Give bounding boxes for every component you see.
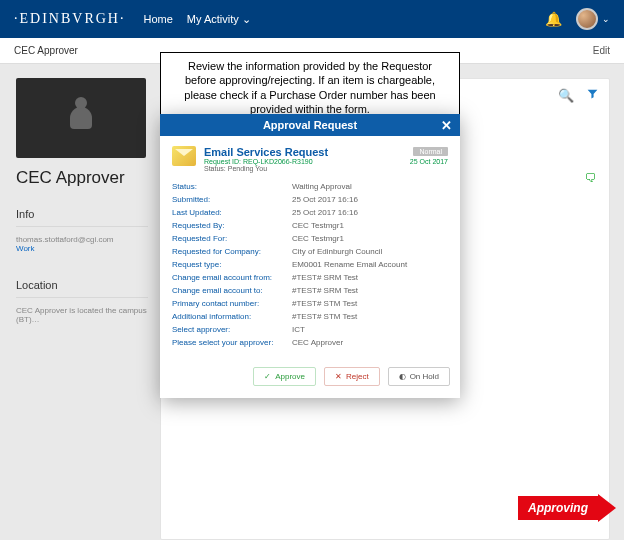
detail-value: 25 Oct 2017 16:16 (292, 208, 448, 217)
detail-value: #TEST# STM Test (292, 299, 448, 308)
detail-key: Last Updated: (172, 208, 292, 217)
detail-row: Status:Waiting Approval (172, 180, 448, 193)
detail-value: CEC Testmgr1 (292, 234, 448, 243)
reject-button[interactable]: ✕Reject (324, 367, 380, 386)
modal-title: Approval Request (263, 119, 357, 131)
detail-value: #TEST# STM Test (292, 312, 448, 321)
detail-value: ICT (292, 325, 448, 334)
detail-key: Request type: (172, 260, 292, 269)
detail-key: Requested for Company: (172, 247, 292, 256)
approving-arrow-label: Approving (518, 496, 598, 520)
detail-key: Primary contact number: (172, 299, 292, 308)
badge-date: 25 Oct 2017 (410, 158, 448, 165)
detail-key: Change email account to: (172, 286, 292, 295)
instruction-callout: Review the information provided by the R… (160, 52, 460, 123)
detail-key: Please select your approver: (172, 338, 292, 347)
detail-row: Change email account to:#TEST# SRM Test (172, 284, 448, 297)
detail-key: Additional information: (172, 312, 292, 321)
detail-row: Additional information:#TEST# STM Test (172, 310, 448, 323)
detail-row: Submitted:25 Oct 2017 16:16 (172, 193, 448, 206)
detail-row: Last Updated:25 Oct 2017 16:16 (172, 206, 448, 219)
detail-row: Please select your approver:CEC Approver (172, 336, 448, 349)
detail-key: Status: (172, 182, 292, 191)
detail-value: EM0001 Rename Email Account (292, 260, 448, 269)
detail-key: Requested For: (172, 234, 292, 243)
request-title: Email Services Request (204, 146, 328, 158)
detail-key: Change email account from: (172, 273, 292, 282)
detail-key: Select approver: (172, 325, 292, 334)
approving-arrow[interactable]: Approving (518, 494, 616, 522)
approve-button[interactable]: ✓Approve (253, 367, 316, 386)
detail-value: City of Edinburgh Council (292, 247, 448, 256)
detail-key: Requested By: (172, 221, 292, 230)
request-id: Request ID: REQ-LKD2066-R3190 (204, 158, 328, 165)
request-status-line: Status: Pending You (204, 165, 328, 172)
detail-row: Select approver:ICT (172, 323, 448, 336)
detail-row: Request type:EM0001 Rename Email Account (172, 258, 448, 271)
detail-value: Waiting Approval (292, 182, 448, 191)
detail-value: CEC Testmgr1 (292, 221, 448, 230)
detail-value: #TEST# SRM Test (292, 286, 448, 295)
close-icon[interactable]: ✕ (441, 118, 452, 133)
detail-row: Primary contact number:#TEST# STM Test (172, 297, 448, 310)
detail-key: Submitted: (172, 195, 292, 204)
detail-row: Requested for Company:City of Edinburgh … (172, 245, 448, 258)
detail-value: CEC Approver (292, 338, 448, 347)
envelope-icon (172, 146, 196, 166)
detail-row: Change email account from:#TEST# SRM Tes… (172, 271, 448, 284)
detail-value: 25 Oct 2017 16:16 (292, 195, 448, 204)
detail-value: #TEST# SRM Test (292, 273, 448, 282)
detail-row: Requested By:CEC Testmgr1 (172, 219, 448, 232)
on-hold-button[interactable]: ◐On Hold (388, 367, 450, 386)
arrow-right-icon (598, 494, 616, 522)
detail-row: Requested For:CEC Testmgr1 (172, 232, 448, 245)
approval-modal: Approval Request ✕ Email Services Reques… (160, 114, 460, 398)
priority-badge: Normal (413, 147, 448, 156)
